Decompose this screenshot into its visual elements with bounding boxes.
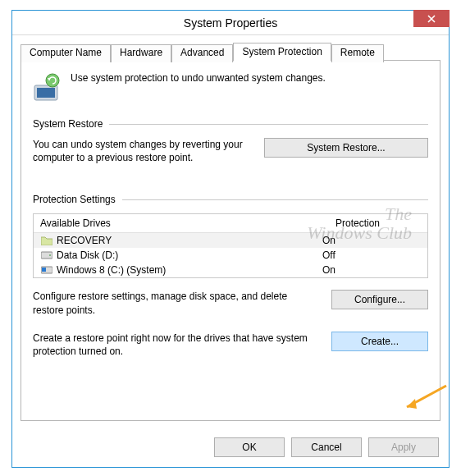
tab-remote[interactable]: Remote <box>331 44 384 62</box>
system-properties-window: System Properties Computer Name Hardware… <box>11 10 450 468</box>
apply-button[interactable]: Apply <box>368 437 439 457</box>
intro-row: Use system protection to undo unwanted s… <box>33 72 428 102</box>
drive-status: On <box>322 264 421 276</box>
configure-button[interactable]: Configure... <box>331 290 428 309</box>
divider <box>109 124 428 125</box>
system-restore-button[interactable]: System Restore... <box>264 138 428 158</box>
svg-rect-6 <box>42 268 46 272</box>
create-button[interactable]: Create... <box>331 332 428 351</box>
configure-text: Configure restore settings, manage disk … <box>33 290 320 316</box>
drive-name: Data Disk (D:) <box>57 249 322 261</box>
protection-settings-header: Protection Settings <box>33 194 428 205</box>
svg-point-4 <box>49 254 51 256</box>
tab-panel: Use system protection to undo unwanted s… <box>21 60 440 421</box>
tab-computer-name[interactable]: Computer Name <box>21 44 111 62</box>
configure-row: Configure restore settings, manage disk … <box>33 290 428 316</box>
system-restore-row: You can undo system changes by reverting… <box>33 138 428 164</box>
tab-advanced[interactable]: Advanced <box>171 44 233 62</box>
ok-button[interactable]: OK <box>214 437 285 457</box>
drives-table: Available Drives Protection RECOVERY On … <box>33 213 428 278</box>
tab-system-protection[interactable]: System Protection <box>233 43 331 62</box>
create-text: Create a restore point right now for the… <box>33 332 320 358</box>
col-header-protection[interactable]: Protection <box>329 214 427 232</box>
drives-table-header: Available Drives Protection <box>34 214 427 233</box>
close-button[interactable] <box>413 10 450 27</box>
drive-status: Off <box>322 249 421 261</box>
drive-row[interactable]: Data Disk (D:) Off <box>34 248 427 263</box>
create-row: Create a restore point right now for the… <box>33 332 428 358</box>
cancel-button[interactable]: Cancel <box>291 437 362 457</box>
titlebar: System Properties <box>12 11 449 35</box>
drive-name: RECOVERY <box>57 235 322 246</box>
system-protection-icon <box>33 72 62 102</box>
drive-name: Windows 8 (C:) (System) <box>57 264 322 276</box>
drive-row[interactable]: RECOVERY On <box>34 233 427 248</box>
intro-text: Use system protection to undo unwanted s… <box>71 72 326 84</box>
drive-status: On <box>322 235 421 246</box>
system-restore-label: System Restore <box>33 118 103 130</box>
system-restore-text: You can undo system changes by reverting… <box>33 138 253 164</box>
dialog-buttons: OK Cancel Apply <box>12 429 449 467</box>
folder-icon <box>40 235 53 246</box>
windows-disk-icon <box>40 264 53 276</box>
drive-row[interactable]: Windows 8 (C:) (System) On <box>34 263 427 277</box>
col-header-drives[interactable]: Available Drives <box>34 214 329 232</box>
divider <box>122 199 428 200</box>
tab-hardware[interactable]: Hardware <box>111 44 171 62</box>
disk-icon <box>40 249 53 261</box>
tab-strip: Computer Name Hardware Advanced System P… <box>21 43 440 61</box>
svg-point-2 <box>46 74 59 87</box>
system-restore-header: System Restore <box>33 118 428 130</box>
window-title: System Properties <box>12 16 449 30</box>
protection-settings-label: Protection Settings <box>33 194 116 205</box>
svg-rect-1 <box>37 88 55 98</box>
content: Computer Name Hardware Advanced System P… <box>12 35 449 429</box>
close-icon <box>427 15 436 23</box>
